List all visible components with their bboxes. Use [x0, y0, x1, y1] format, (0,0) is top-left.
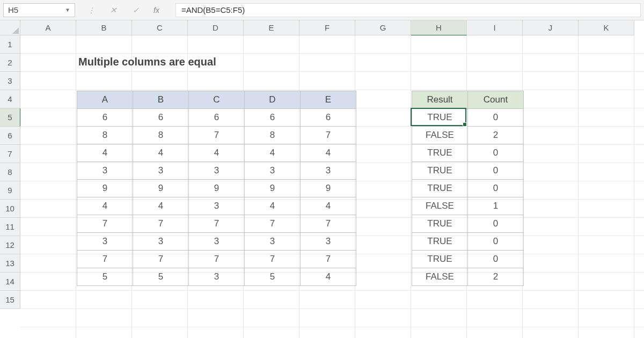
data-table-cell[interactable]: 7	[245, 215, 301, 233]
data-table-cell[interactable]: 7	[77, 251, 133, 268]
fx-icon[interactable]: fx	[153, 6, 165, 14]
data-table-cell[interactable]: 5	[133, 268, 189, 286]
column-header-E[interactable]: E	[244, 20, 299, 35]
data-table-cell[interactable]: 3	[245, 233, 301, 251]
row-header-15[interactable]: 15	[0, 291, 20, 309]
row-header-6[interactable]: 6	[0, 127, 20, 145]
data-table-cell[interactable]: 8	[245, 127, 301, 144]
row-header-2[interactable]: 2	[0, 54, 20, 72]
data-table-cell[interactable]: 5	[77, 268, 133, 286]
result-table-cell[interactable]: TRUE	[412, 233, 468, 251]
data-table-cell[interactable]: 3	[133, 162, 189, 180]
data-table-cell[interactable]: 3	[245, 162, 301, 180]
row-header-10[interactable]: 10	[0, 200, 20, 218]
data-table-cell[interactable]: 7	[133, 251, 189, 268]
data-table-cell[interactable]: 8	[133, 127, 189, 144]
data-table-cell[interactable]: 7	[301, 251, 356, 268]
result-table-cell[interactable]: 0	[468, 144, 524, 162]
data-table-cell[interactable]: 4	[301, 144, 356, 162]
result-table-cell[interactable]: 0	[468, 233, 524, 251]
column-header-C[interactable]: C	[132, 20, 188, 35]
column-header-K[interactable]: K	[579, 20, 634, 35]
data-table-cell[interactable]: 4	[301, 197, 356, 215]
data-table-header[interactable]: E	[301, 91, 356, 109]
data-table-cell[interactable]: 4	[301, 268, 356, 286]
result-table-cell[interactable]: TRUE	[412, 180, 468, 197]
column-header-H[interactable]: H	[411, 20, 467, 35]
column-header-I[interactable]: I	[467, 20, 523, 35]
formula-input[interactable]: =AND(B5=C5:F5)	[175, 3, 641, 17]
data-table-cell[interactable]: 9	[77, 180, 133, 197]
column-header-A[interactable]: A	[20, 20, 76, 35]
name-box-dropdown-icon[interactable]: ▼	[65, 7, 70, 13]
data-table-cell[interactable]: 4	[133, 197, 189, 215]
result-table-cell[interactable]: TRUE	[412, 144, 468, 162]
data-table-header[interactable]: B	[133, 91, 189, 109]
cancel-icon[interactable]: ✕	[108, 5, 118, 15]
result-table-cell[interactable]: FALSE	[412, 127, 468, 144]
data-table-header[interactable]: A	[77, 91, 133, 109]
data-table-cell[interactable]: 3	[301, 162, 356, 180]
data-table-cell[interactable]: 7	[301, 215, 356, 233]
row-header-14[interactable]: 14	[0, 273, 20, 291]
data-table-header[interactable]: C	[189, 91, 245, 109]
result-table-cell[interactable]: 1	[468, 197, 524, 215]
name-box[interactable]: H5 ▼	[3, 3, 75, 17]
row-header-5[interactable]: 5	[0, 108, 20, 127]
data-table-cell[interactable]: 3	[189, 268, 245, 286]
result-table-cell[interactable]: TRUE	[412, 162, 468, 180]
data-table-cell[interactable]: 9	[301, 180, 356, 197]
data-table-cell[interactable]: 4	[245, 197, 301, 215]
data-table-cell[interactable]: 3	[189, 197, 245, 215]
data-table-cell[interactable]: 7	[189, 215, 245, 233]
data-table-cell[interactable]: 7	[77, 215, 133, 233]
data-table-cell[interactable]: 8	[77, 127, 133, 144]
data-table-cell[interactable]: 6	[245, 109, 301, 127]
data-table-cell[interactable]: 3	[77, 233, 133, 251]
data-table-cell[interactable]: 4	[245, 144, 301, 162]
data-table-cell[interactable]: 7	[189, 127, 245, 144]
result-table-header[interactable]: Count	[468, 91, 524, 109]
result-table-cell[interactable]: TRUE	[412, 109, 468, 127]
result-table-cell[interactable]: 0	[468, 180, 524, 197]
data-table-cell[interactable]: 4	[77, 144, 133, 162]
data-table-cell[interactable]: 6	[133, 109, 189, 127]
data-table-cell[interactable]: 4	[189, 144, 245, 162]
result-table-cell[interactable]: 0	[468, 162, 524, 180]
row-header-12[interactable]: 12	[0, 236, 20, 254]
column-header-F[interactable]: F	[299, 20, 355, 35]
data-table-cell[interactable]: 7	[245, 251, 301, 268]
data-table-cell[interactable]: 3	[189, 233, 245, 251]
result-table-cell[interactable]: FALSE	[412, 268, 468, 286]
data-table-cell[interactable]: 9	[245, 180, 301, 197]
select-all-corner[interactable]	[0, 20, 20, 35]
data-table-cell[interactable]: 3	[77, 162, 133, 180]
data-table-cell[interactable]: 3	[189, 162, 245, 180]
data-table-cell[interactable]: 7	[133, 215, 189, 233]
row-header-3[interactable]: 3	[0, 72, 20, 90]
row-header-7[interactable]: 7	[0, 145, 20, 163]
data-table-cell[interactable]: 7	[189, 251, 245, 268]
data-table-cell[interactable]: 7	[301, 127, 356, 144]
row-header-8[interactable]: 8	[0, 163, 20, 181]
result-table-cell[interactable]: TRUE	[412, 215, 468, 233]
result-table-cell[interactable]: 0	[468, 109, 524, 127]
data-table-cell[interactable]: 6	[77, 109, 133, 127]
data-table-cell[interactable]: 9	[133, 180, 189, 197]
data-table-header[interactable]: D	[245, 91, 301, 109]
data-table-cell[interactable]: 3	[133, 233, 189, 251]
column-header-J[interactable]: J	[523, 20, 579, 35]
result-table-cell[interactable]: 0	[468, 251, 524, 268]
data-table-cell[interactable]: 3	[301, 233, 356, 251]
row-header-13[interactable]: 13	[0, 254, 20, 273]
data-table-cell[interactable]: 4	[77, 197, 133, 215]
result-table-cell[interactable]: FALSE	[412, 197, 468, 215]
data-table-cell[interactable]: 6	[301, 109, 356, 127]
column-header-B[interactable]: B	[76, 20, 132, 35]
data-table-cell[interactable]: 6	[189, 109, 245, 127]
row-header-9[interactable]: 9	[0, 181, 20, 200]
row-header-1[interactable]: 1	[0, 35, 20, 54]
enter-icon[interactable]: ✓	[131, 5, 141, 15]
data-table-cell[interactable]: 9	[189, 180, 245, 197]
data-table-cell[interactable]: 5	[245, 268, 301, 286]
